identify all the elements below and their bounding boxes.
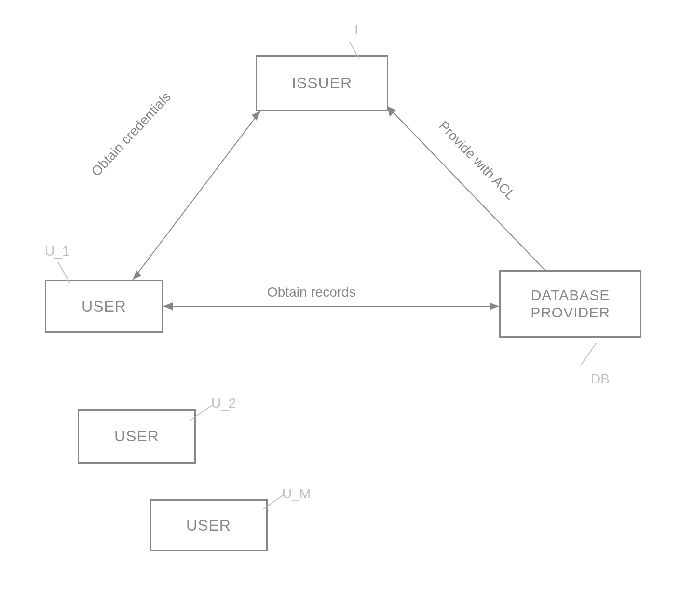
svg-marker-6 bbox=[163, 302, 173, 310]
user1-label: USER bbox=[82, 298, 126, 315]
svg-marker-7 bbox=[490, 302, 499, 310]
db-box: DATABASE PROVIDER bbox=[499, 270, 641, 338]
edge-issuer-db-label: Provide with ACL bbox=[435, 118, 518, 203]
db-tick bbox=[581, 342, 597, 365]
user2-box: USER bbox=[78, 409, 196, 464]
svg-marker-1 bbox=[133, 270, 141, 280]
issuer-tag: I bbox=[354, 22, 358, 37]
userM-box: USER bbox=[150, 499, 268, 551]
db-label: DATABASE PROVIDER bbox=[501, 287, 640, 321]
svg-line-3 bbox=[387, 106, 545, 270]
issuer-box: ISSUER bbox=[256, 55, 388, 111]
svg-line-0 bbox=[133, 111, 260, 280]
user2-label: USER bbox=[114, 427, 159, 445]
user2-tag: U_2 bbox=[211, 396, 236, 411]
userM-tag: U_M bbox=[282, 486, 311, 502]
userM-label: USER bbox=[186, 517, 231, 534]
user1-tag: U_1 bbox=[45, 244, 69, 259]
db-tag: DB bbox=[591, 371, 610, 387]
user1-box: USER bbox=[45, 280, 163, 333]
edge-user-issuer-label: Obtain credentials bbox=[88, 89, 174, 179]
svg-marker-2 bbox=[252, 111, 260, 121]
edge-user-db-label: Obtain records bbox=[267, 285, 356, 300]
issuer-label: ISSUER bbox=[292, 74, 352, 92]
svg-marker-4 bbox=[387, 106, 396, 117]
